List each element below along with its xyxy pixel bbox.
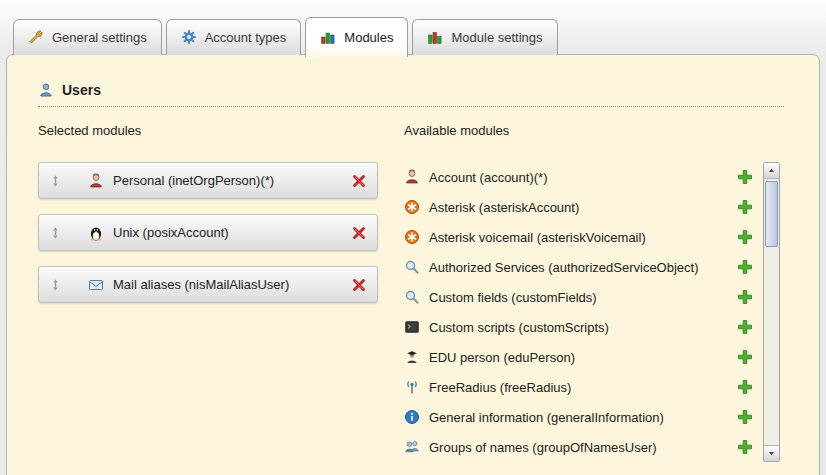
selected-module-row[interactable]: Mail aliases (nisMailAliasUser) xyxy=(38,266,378,303)
info-icon xyxy=(404,409,420,425)
antenna-icon xyxy=(404,379,420,395)
plus-icon[interactable] xyxy=(737,409,753,425)
scrollbar[interactable] xyxy=(763,162,780,462)
arrow-up-icon[interactable] xyxy=(764,163,779,179)
selected-modules-heading: Selected modules xyxy=(38,123,378,138)
available-module-row: EDU person (eduPerson) xyxy=(404,342,763,372)
magnifier-icon xyxy=(404,289,420,305)
edu-person-icon xyxy=(404,349,420,365)
tux-icon xyxy=(88,225,104,241)
scrollbar-thumb[interactable] xyxy=(765,181,778,247)
module-settings-icon xyxy=(427,29,443,45)
drag-handle-icon[interactable] xyxy=(49,278,62,292)
script-icon xyxy=(404,319,420,335)
plus-icon[interactable] xyxy=(737,349,753,365)
mail-icon xyxy=(88,277,104,293)
tab[interactable]: Module settings xyxy=(412,19,557,55)
asterisk-icon xyxy=(404,229,420,245)
plus-icon[interactable] xyxy=(737,259,753,275)
users-section-header: Users xyxy=(38,82,784,107)
modules-columns: Selected modules Personal (inetOrgPerson… xyxy=(38,123,780,462)
selected-module-row[interactable]: Unix (posixAccount) xyxy=(38,214,378,251)
delete-icon[interactable] xyxy=(351,173,367,189)
arrow-down-icon[interactable] xyxy=(764,445,779,461)
plus-icon[interactable] xyxy=(737,439,753,455)
delete-icon[interactable] xyxy=(351,277,367,293)
tab[interactable]: General settings xyxy=(13,19,162,55)
asterisk-icon xyxy=(404,199,420,215)
section-title: Users xyxy=(62,82,101,98)
available-modules-list: Account (account)(*) Asterisk (asteriskA… xyxy=(404,162,763,462)
available-module-row: Asterisk (asteriskAccount) xyxy=(404,192,763,222)
plus-icon[interactable] xyxy=(737,319,753,335)
panel-content: Users Selected modules Personal (inetOrg… xyxy=(6,54,820,475)
tab-bar: General settings Account types Modules M… xyxy=(13,0,558,55)
available-module-row: Account (account)(*) xyxy=(404,162,763,192)
available-module-row: Authorized Services (authorizedServiceOb… xyxy=(404,252,763,282)
plus-icon[interactable] xyxy=(737,169,753,185)
available-module-row: Asterisk voicemail (asteriskVoicemail) xyxy=(404,222,763,252)
available-modules-area: Account (account)(*) Asterisk (asteriskA… xyxy=(404,162,780,462)
tab[interactable]: Account types xyxy=(166,19,302,55)
drag-handle-icon[interactable] xyxy=(49,226,62,240)
selected-modules-list: Personal (inetOrgPerson)(*) Unix (posixA… xyxy=(38,162,378,303)
person-icon xyxy=(404,169,420,185)
modules-icon xyxy=(320,29,336,45)
available-module-row: Custom fields (customFields) xyxy=(404,282,763,312)
lam-configuration-page: General settings Account types Modules M… xyxy=(0,0,826,475)
available-module-row: FreeRadius (freeRadius) xyxy=(404,372,763,402)
selected-module-row[interactable]: Personal (inetOrgPerson)(*) xyxy=(38,162,378,199)
gear-icon xyxy=(181,29,197,45)
available-module-row: Groups of names (groupOfNamesUser) xyxy=(404,432,763,462)
available-modules-column: Available modules Account (account)(*) xyxy=(404,123,780,462)
available-module-row: Custom scripts (customScripts) xyxy=(404,312,763,342)
users-icon xyxy=(38,82,54,98)
wrench-icon xyxy=(28,29,44,45)
drag-handle-icon[interactable] xyxy=(49,174,62,188)
delete-icon[interactable] xyxy=(351,225,367,241)
tab[interactable]: Modules xyxy=(305,17,408,57)
selected-modules-column: Selected modules Personal (inetOrgPerson… xyxy=(38,123,378,462)
plus-icon[interactable] xyxy=(737,199,753,215)
group-icon xyxy=(404,439,420,455)
magnifier-icon xyxy=(404,259,420,275)
plus-icon[interactable] xyxy=(737,289,753,305)
plus-icon[interactable] xyxy=(737,229,753,245)
plus-icon[interactable] xyxy=(737,379,753,395)
available-module-row: General information (generalInformation) xyxy=(404,402,763,432)
person-icon xyxy=(88,173,104,189)
available-modules-heading: Available modules xyxy=(404,123,780,138)
